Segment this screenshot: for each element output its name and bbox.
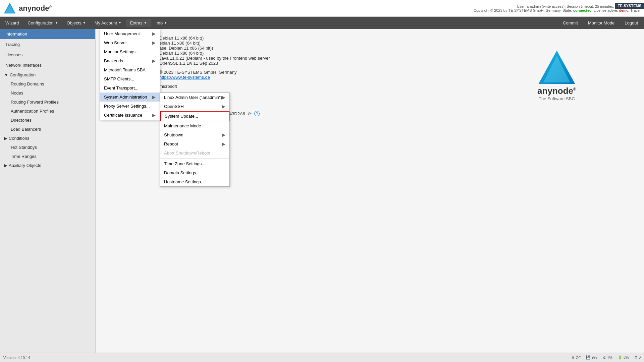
extras-button[interactable]: Extras ▼: [126, 19, 151, 27]
content-logo-icon: [537, 49, 577, 89]
menu-item-reboot[interactable]: Reboot▶: [160, 139, 229, 148]
objects-button[interactable]: Objects ▼: [63, 19, 90, 27]
copyright-value: © 2023 TE-SYSTEMS GmbH, Germany https://…: [159, 70, 236, 80]
sidebar-item-nodes[interactable]: Nodes: [0, 88, 95, 98]
info-icon[interactable]: ?: [254, 111, 260, 116]
status-right: 🖥 Off 💾 9% 🖨 1% 🔋 6% ⚙ 0: [571, 355, 641, 360]
chevron-right-icon: ▶: [4, 136, 7, 141]
sidebar-item-time-ranges[interactable]: Time Ranges: [0, 152, 95, 161]
menu-item-hostname-settings[interactable]: Hostname Settings...: [160, 177, 229, 186]
sidebar-item-network-interfaces[interactable]: Network Interfaces: [0, 60, 95, 70]
refresh-icon[interactable]: ⟳: [248, 111, 252, 116]
sysadmin-submenu: Linux Admin User ("anadmin")▶ OpenSSH▶ S…: [160, 93, 230, 187]
copyright-info: Copyright © 2023 by TE-SYSTEMS GmbH, Ger…: [474, 8, 641, 12]
sidebar-item-authentication-profiles[interactable]: Authentication Profiles: [0, 107, 95, 116]
monitor-status: 🖥 Off: [571, 356, 581, 360]
menu-item-user-management[interactable]: User Management▶: [100, 29, 160, 38]
menu-item-backends[interactable]: Backends▶: [100, 56, 160, 65]
chevron-right-icon-aux: ▶: [4, 163, 7, 168]
sidebar-item-load-balancers[interactable]: Load Balancers: [0, 125, 95, 134]
menu-item-smtp-clients[interactable]: SMTP Clients...: [100, 74, 160, 83]
sidebar-item-directories[interactable]: Directories: [0, 116, 95, 125]
alerts-status: ⚙ 0: [634, 355, 641, 360]
te-systems-badge: TE-SYSTEMS: [615, 3, 644, 9]
sidebar-item-tracing[interactable]: Tracing: [0, 39, 95, 50]
sidebar-section-conditions[interactable]: ▶ Conditions: [0, 134, 95, 143]
wizard-button[interactable]: Wizard: [1, 19, 23, 27]
extras-menu: User Management▶ Web Server▶ Monitor Set…: [100, 29, 160, 120]
sidebar-section-configuration[interactable]: ▼ Configuration: [0, 70, 95, 79]
sidebar-item-information[interactable]: Information: [0, 29, 95, 39]
main-layout: Information Tracing Licenses Network Int…: [0, 29, 644, 353]
menu-item-proxy-server-settings[interactable]: Proxy Server Settings...: [100, 102, 160, 111]
sidebar: Information Tracing Licenses Network Int…: [0, 29, 96, 353]
chevron-down-icon: ▼: [4, 72, 8, 77]
status-bar: Version: 4.10.14 🖥 Off 💾 9% 🖨 1% 🔋 6% ⚙ …: [0, 353, 644, 362]
sidebar-item-licenses[interactable]: Licenses: [0, 50, 95, 60]
content-area: anynode® The Software SBC Product Debian…: [96, 29, 644, 353]
menu-item-event-transport[interactable]: Event Transport...: [100, 83, 160, 93]
nav-bar: Wizard Configuration ▼ Objects ▼ My Acco…: [0, 17, 644, 29]
commit-button[interactable]: Commit: [558, 19, 583, 27]
menu-item-linux-admin[interactable]: Linux Admin User ("anadmin")▶: [160, 93, 229, 102]
top-bar: anynode® User: anadmin (write access), S…: [0, 0, 644, 17]
logout-button[interactable]: Logout: [620, 19, 643, 27]
info-button[interactable]: Info ▼: [152, 19, 171, 27]
menu-item-system-update[interactable]: System Update...: [160, 111, 229, 121]
menu-item-abort-shutdown[interactable]: Abort Shutdown/Reboot: [160, 148, 229, 158]
menu-item-web-server[interactable]: Web Server▶: [100, 38, 160, 47]
menu-item-domain-settings[interactable]: Domain Settings...: [160, 168, 229, 177]
sidebar-item-hot-standbys[interactable]: Hot Standbys: [0, 143, 95, 152]
configuration-button[interactable]: Configuration ▼: [23, 19, 62, 27]
content-logo: anynode® The Software SBC: [537, 49, 577, 101]
menu-item-shutdown[interactable]: Shutdown▶: [160, 130, 229, 139]
sidebar-section-auxiliary-objects[interactable]: ▶ Auxiliary Objects: [0, 161, 95, 170]
my-account-button[interactable]: My Account ▼: [91, 19, 125, 27]
app-name: anynode®: [19, 4, 52, 13]
storage-status: 💾 9%: [586, 355, 597, 360]
menu-item-ms-teams[interactable]: Microsoft Teams SBA: [100, 65, 160, 74]
copyright-link[interactable]: https://www.te-systems.de: [159, 75, 210, 80]
logo-area: anynode®: [3, 2, 52, 15]
memory-status: 🔋 6%: [618, 355, 629, 360]
nav-left: Wizard Configuration ▼ Objects ▼ My Acco…: [1, 19, 171, 27]
app-logo-icon: [3, 2, 16, 15]
menu-item-certificate-issuance[interactable]: Certificate Issuance▶: [100, 111, 160, 120]
version-label: Version: 4.10.14: [3, 356, 30, 360]
menu-item-monitor-settings[interactable]: Monitor Settings...: [100, 47, 160, 56]
nav-right: Commit Monitor Mode Logout: [558, 19, 643, 27]
menu-item-timezone[interactable]: Time Zone Settings...: [160, 159, 229, 168]
cpu-status: 🖨 1%: [602, 356, 612, 360]
product-value: Debian 11 x86 (64 bit)) ebian 11 x86 (64…: [159, 36, 270, 66]
sidebar-item-routing-forward-profiles[interactable]: Routing Forward Profiles: [0, 98, 95, 107]
menu-item-maintenance-mode[interactable]: Maintenance Mode: [160, 121, 229, 130]
monitor-mode-button[interactable]: Monitor Mode: [583, 19, 619, 27]
sidebar-item-routing-domains[interactable]: Routing Domains: [0, 79, 95, 88]
virtualization-value: microsoft: [159, 84, 177, 89]
menu-separator: [160, 158, 229, 159]
menu-item-system-administration[interactable]: System Administration▶: [100, 93, 160, 102]
menu-item-openssh[interactable]: OpenSSH▶: [160, 102, 229, 111]
